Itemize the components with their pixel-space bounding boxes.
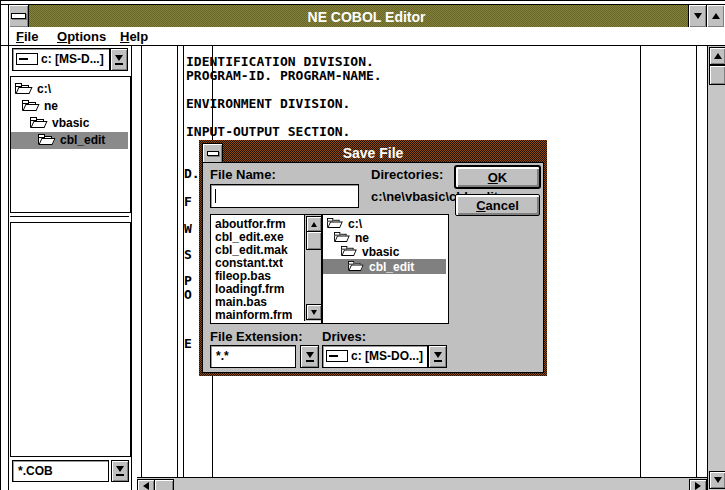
folder-open-icon (334, 232, 348, 242)
directories-label: Directories: (371, 167, 443, 182)
vertical-scroll-thumb[interactable] (709, 65, 725, 85)
file-item[interactable]: mainform.frm (215, 308, 292, 322)
file-extension-label: File Extension: (210, 329, 302, 344)
scroll-down-button[interactable] (709, 471, 725, 489)
left-file-list[interactable] (10, 222, 131, 457)
folder-open-icon (30, 117, 46, 128)
drive-combo-value: c: [MS-D...] (41, 52, 104, 66)
tree-item-label: cbl_edit (369, 260, 414, 274)
code-fragment: F (184, 194, 192, 209)
horizontal-scrollbar[interactable] (137, 477, 707, 490)
file-list-scrollbar[interactable] (304, 215, 321, 321)
tree-item-label: cbl_edit (60, 133, 105, 147)
arrow-up-icon (714, 53, 722, 59)
maximize-icon (712, 13, 720, 19)
menu-item-file[interactable]: File (16, 29, 38, 44)
maximize-button[interactable] (706, 5, 724, 27)
drive-combo-dropdown-button[interactable] (110, 48, 128, 71)
dialog-title: Save File (202, 145, 544, 161)
frame-left-line (8, 4, 9, 490)
file-item[interactable]: fileop.bas (215, 269, 271, 283)
menu-bar-divider (0, 45, 725, 46)
code-editor[interactable]: IDENTIFICATION DIVISION. PROGRAM-ID. PRO… (186, 54, 686, 138)
file-extension-dropdown-button[interactable] (300, 345, 319, 368)
drives-label: Drives: (322, 329, 366, 344)
file-item[interactable]: loadingf.frm (215, 282, 284, 296)
tree-row-selected[interactable]: cbl_edit (11, 132, 128, 149)
dialog-title-bar[interactable]: Save File (202, 143, 544, 162)
code-line: PROGRAM-ID. PROGRAM-NAME. (186, 68, 686, 82)
tree-row[interactable]: c:\ (11, 81, 128, 98)
dialog-directory-tree[interactable]: c:\ ne vbasic cbl_edit (322, 214, 449, 324)
save-file-dialog: Save File File Name: Directories: c:\ne\… (199, 140, 547, 376)
scroll-up-button[interactable] (709, 47, 725, 65)
folder-open-icon (348, 261, 362, 271)
drives-combo-value: c: [MS-DO...] (351, 349, 423, 363)
folder-open-icon (15, 83, 31, 94)
scroll-up-button[interactable] (306, 216, 322, 232)
chevron-down-icon (434, 352, 442, 358)
folder-open-icon (327, 218, 341, 228)
file-name-label: File Name: (210, 167, 276, 182)
code-line (186, 110, 686, 124)
dialog-content: File Name: Directories: c:\ne\vbasic\cbl… (202, 162, 544, 373)
file-item[interactable]: constant.txt (215, 256, 283, 270)
filter-combo-dropdown-button[interactable] (111, 460, 129, 482)
tree-row-selected[interactable]: cbl_edit (323, 259, 446, 274)
vertical-scrollbar[interactable] (707, 46, 725, 490)
chevron-down-icon (115, 55, 123, 61)
arrow-left-icon (143, 482, 149, 490)
scroll-left-button[interactable] (137, 479, 155, 490)
drives-dropdown-button[interactable] (428, 345, 447, 368)
tree-row[interactable]: vbasic (323, 245, 446, 259)
chevron-down-icon (116, 466, 124, 472)
drive-combo[interactable]: c: [MS-D...] (12, 48, 110, 71)
tree-item-label: vbasic (362, 245, 399, 259)
editor-column-guide (183, 46, 184, 478)
left-panel-border (131, 46, 132, 490)
tree-item-label: c:\ (37, 82, 51, 96)
code-fragment: S (184, 247, 192, 262)
file-extension-value: *.* (216, 349, 229, 363)
menu-item-help[interactable]: Help (120, 29, 148, 44)
folder-open-icon (22, 100, 38, 111)
code-line (186, 82, 686, 96)
filter-combo[interactable]: *.COB (12, 460, 109, 482)
ok-button[interactable]: OK (455, 166, 540, 188)
editor-column-guide (177, 46, 178, 478)
file-extension-combo[interactable]: *.* (210, 345, 296, 368)
code-fragment: W (184, 221, 192, 236)
tree-row[interactable]: vbasic (11, 115, 128, 132)
filter-combo-value: *.COB (18, 464, 53, 478)
code-fragment: D. (184, 166, 200, 181)
file-item[interactable]: cbl_edit.mak (215, 243, 288, 257)
tree-item-label: ne (355, 231, 369, 245)
drives-combo[interactable]: c: [MS-DO...] (322, 345, 428, 368)
horizontal-scroll-thumb[interactable] (154, 479, 174, 490)
file-list-scroll-thumb[interactable] (306, 231, 322, 250)
file-name-input[interactable] (210, 184, 359, 208)
code-fragment: O (184, 287, 192, 302)
file-item[interactable]: aboutfor.frm (215, 217, 286, 231)
scroll-down-button[interactable] (306, 304, 322, 320)
tree-row[interactable]: ne (11, 98, 128, 115)
file-item[interactable]: main.bas (215, 295, 267, 309)
tree-row[interactable]: ne (323, 231, 446, 245)
left-directory-list[interactable]: c:\ ne vbasic cbl_edit (10, 76, 131, 213)
app-window: NE COBOL Editor File Options Help c: [MS… (0, 0, 725, 490)
cancel-button[interactable]: Cancel (455, 194, 540, 216)
code-fragment: E (184, 336, 192, 351)
text-caret (215, 189, 216, 203)
dialog-file-list[interactable]: aboutfor.frm cbl_edit.exe cbl_edit.mak c… (210, 214, 322, 324)
code-line: IDENTIFICATION DIVISION. (186, 54, 686, 68)
file-item[interactable]: cbl_edit.exe (215, 230, 284, 244)
folder-open-icon (341, 246, 355, 256)
tree-row[interactable]: c:\ (323, 217, 446, 231)
editor-left-border (141, 46, 142, 478)
scroll-right-button[interactable] (689, 479, 707, 490)
minimize-button[interactable] (688, 5, 706, 27)
menu-item-options[interactable]: Options (57, 29, 106, 44)
arrow-down-icon (714, 477, 722, 483)
dropdown-bar (115, 63, 123, 65)
arrow-down-icon (311, 310, 317, 315)
